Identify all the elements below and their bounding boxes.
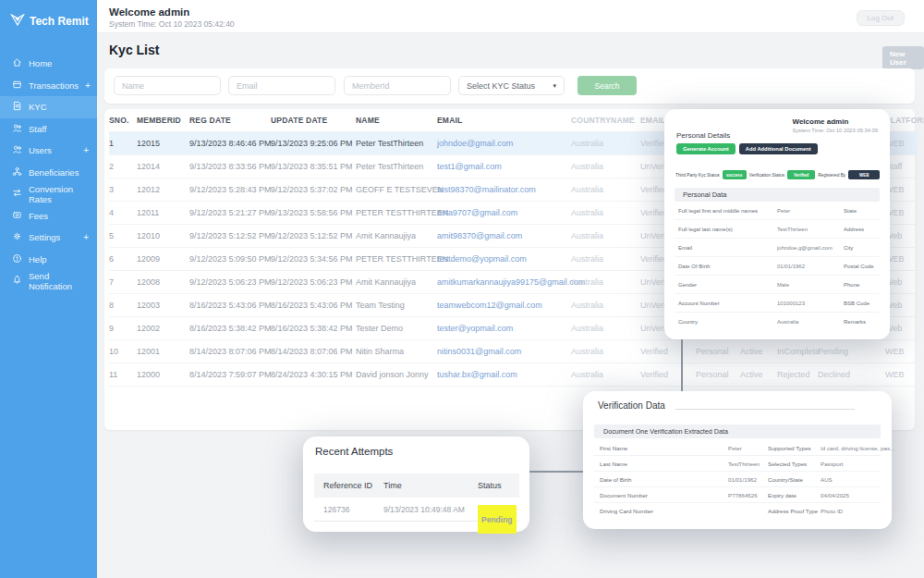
registered-by-badge: WEB xyxy=(848,170,880,179)
email-link[interactable]: johndoe@gmail.com xyxy=(437,131,571,154)
table-cell: 8/14/2023 8:07:06 PM xyxy=(271,339,356,363)
email-link[interactable]: teamwebcom12@gmail.com xyxy=(437,293,571,316)
email-link[interactable]: test98370@mailinator.com xyxy=(437,178,571,201)
table-cell: Australia xyxy=(571,154,640,178)
conversion-icon xyxy=(12,188,22,200)
table-row[interactable]: 11120008/14/2023 7:59:07 PM8/24/2023 4:3… xyxy=(109,363,917,386)
sidebar-item-beneficiaries[interactable]: Beneficiaries xyxy=(0,162,97,184)
sidebar-item-users[interactable]: Users+ xyxy=(0,140,97,162)
registered-by-label: Registered By xyxy=(818,173,845,178)
kyc-status-select[interactable]: Select KYC Status ▾ xyxy=(458,76,565,95)
personal-data-field-row: Emailjohndoe.g@gmail.comCity xyxy=(675,239,880,257)
settings-icon xyxy=(12,231,22,243)
table-cell: 8/14/2023 8:07:06 PM xyxy=(189,339,271,363)
sidebar-item-fees[interactable]: Fees xyxy=(0,205,97,228)
table-cell: 9/12/2023 5:28:43 PM xyxy=(189,178,271,201)
table-cell: 9/12/2023 5:12:52 PM xyxy=(271,224,356,247)
memberid-filter-input[interactable] xyxy=(344,76,451,95)
table-cell: Verified xyxy=(640,363,696,386)
connector-line-vertical xyxy=(681,339,683,391)
table-row[interactable]: 10120018/14/2023 8:07:06 PM8/14/2023 8:0… xyxy=(109,339,917,363)
search-button[interactable]: Search xyxy=(578,76,637,95)
table-cell: Peter TestThirteen xyxy=(356,154,437,178)
table-cell: 12014 xyxy=(137,154,189,178)
help-icon xyxy=(12,253,22,265)
table-cell: Peter TestThirteen xyxy=(356,131,437,154)
sidebar-item-transactions[interactable]: Transactions+ xyxy=(0,75,97,97)
new-user-button[interactable]: New User xyxy=(882,46,924,69)
expand-plus-icon[interactable]: + xyxy=(83,232,89,242)
email-link[interactable]: amit98370@gmail.com xyxy=(437,224,571,247)
table-cell: WEB xyxy=(885,363,917,386)
email-link[interactable]: tushar.bx@gmail.com xyxy=(437,363,571,386)
recent-attempts-table: Reference ID Time Status 126736 9/13/202… xyxy=(314,473,519,522)
field-label: Country/State xyxy=(768,472,803,487)
verification-data-title: Verification Data xyxy=(598,400,665,411)
table-cell: 8 xyxy=(109,293,137,316)
personal-data-section-header: Personal Data xyxy=(675,188,880,202)
sidebar-item-send-notification[interactable]: Send Notification xyxy=(0,270,97,292)
field-label: Address Proof Type xyxy=(768,503,818,519)
email-link[interactable]: nitins0031@gmail.com xyxy=(437,339,571,363)
field-label: Expiry date xyxy=(768,487,796,503)
email-link[interactable]: amitkumarkannaujiya99175@gmail.com xyxy=(437,270,571,293)
table-cell: Web xyxy=(885,293,917,316)
table-cell: David jonson Jonny xyxy=(356,363,437,386)
sidebar-item-kyc[interactable]: KYC xyxy=(0,96,97,118)
logout-button[interactable]: Log Out xyxy=(857,10,905,26)
sidebar-item-label: Settings xyxy=(29,232,60,242)
verification-field-row: Document NumberP77864526Expiry date04/04… xyxy=(594,487,881,503)
chevron-down-icon: ▾ xyxy=(553,82,556,90)
table-cell: 12011 xyxy=(137,201,189,224)
sidebar-item-staff[interactable]: Staff xyxy=(0,118,97,141)
add-additional-document-button[interactable]: Add Additional Document xyxy=(739,143,818,154)
table-cell: Verified xyxy=(640,339,696,363)
table-cell: 9/13/2023 8:35:51 PM xyxy=(271,154,356,178)
document-one-section-header: Document One Verification Extracted Data xyxy=(594,424,881,438)
pending-status-badge: Pending xyxy=(478,505,517,534)
table-cell: Australia xyxy=(571,293,640,316)
table-cell: Australia xyxy=(571,131,640,154)
sidebar-item-help[interactable]: Help xyxy=(0,249,97,271)
field-label: State xyxy=(844,202,857,220)
table-cell: Nitin Sharma xyxy=(356,339,437,363)
table-cell: InComplete xyxy=(777,339,818,363)
table-cell: 9/12/2023 5:37:02 PM xyxy=(271,178,356,201)
email-filter-input[interactable] xyxy=(228,76,335,95)
table-cell: Amit Kannaujiya xyxy=(356,224,437,247)
expand-plus-icon[interactable]: + xyxy=(85,80,91,91)
email-link[interactable]: testdemo@yopmail.com xyxy=(437,247,571,270)
notification-icon xyxy=(12,275,22,287)
expand-plus-icon[interactable]: + xyxy=(83,145,89,155)
personal-data-field-row: Full legal first and middle namesPeterSt… xyxy=(675,202,880,220)
table-cell: Australia xyxy=(571,363,640,386)
field-value: Id card, driving license, pas... xyxy=(821,440,894,456)
table-cell: 1 xyxy=(109,131,137,154)
field-label: BSB Code xyxy=(844,294,869,313)
field-value: Male xyxy=(777,276,789,294)
email-link[interactable]: test1@gmail.com xyxy=(437,154,571,178)
verification-data-fields: First NamePeterSupported TypesId card, d… xyxy=(594,440,881,519)
field-label: Gender xyxy=(678,276,697,294)
table-cell: Rejected xyxy=(777,363,818,386)
beneficiaries-icon xyxy=(12,166,22,178)
table-cell: 12003 xyxy=(137,293,189,316)
sidebar-item-settings[interactable]: Settings+ xyxy=(0,227,97,249)
users-icon xyxy=(12,144,22,156)
field-value: Peter xyxy=(777,202,790,220)
verification-status-label: Verification Status xyxy=(749,173,784,178)
email-link[interactable]: avta9707@gmail.com xyxy=(437,201,571,224)
brand-name: Tech Remit xyxy=(30,15,89,28)
email-link[interactable]: tester@yopmail.com xyxy=(437,316,571,339)
name-filter-input[interactable] xyxy=(114,76,221,95)
sidebar-item-home[interactable]: Home xyxy=(0,53,97,75)
generate-account-button[interactable]: Generate Account xyxy=(676,143,736,154)
field-value: Peter xyxy=(728,440,742,456)
table-cell: Personal xyxy=(696,363,740,386)
table-cell: Pending xyxy=(818,339,885,363)
sidebar-item-conversion-rates[interactable]: Conversion Rates xyxy=(0,183,97,205)
table-cell: 12015 xyxy=(137,131,189,154)
sidebar-item-label: Transactions xyxy=(29,80,79,91)
table-cell: 8/16/2023 5:38:42 PM xyxy=(189,316,271,339)
third-party-kyc-label: Third Party Kyc Status xyxy=(675,173,720,178)
